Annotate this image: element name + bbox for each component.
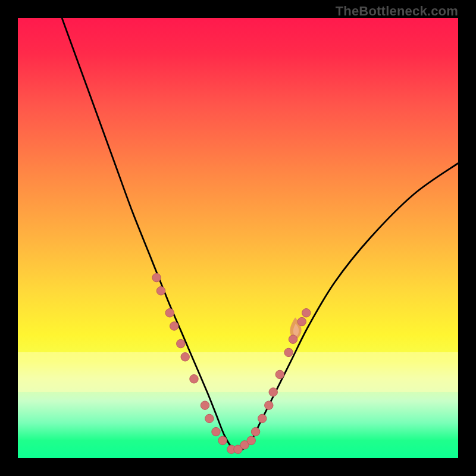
data-marker xyxy=(298,317,306,325)
data-marker xyxy=(190,375,198,383)
data-marker xyxy=(269,388,277,396)
data-marker xyxy=(165,309,174,317)
data-marker xyxy=(218,436,227,444)
data-marker xyxy=(152,273,161,281)
data-marker xyxy=(251,427,259,436)
data-marker xyxy=(201,401,209,409)
data-marker xyxy=(212,427,220,436)
data-marker xyxy=(156,287,165,295)
data-marker xyxy=(302,309,311,317)
data-marker xyxy=(275,370,284,378)
chart-frame xyxy=(18,18,458,458)
data-marker xyxy=(170,322,178,330)
data-marker xyxy=(247,436,255,444)
bottleneck-curve xyxy=(62,18,458,451)
data-marker xyxy=(265,401,273,409)
data-marker xyxy=(284,348,293,356)
data-marker xyxy=(258,414,267,422)
attribution-text: TheBottleneck.com xyxy=(336,4,458,19)
bottleneck-chart xyxy=(18,18,458,458)
data-marker xyxy=(181,353,189,361)
data-marker xyxy=(177,339,185,347)
data-marker xyxy=(289,335,297,343)
data-markers xyxy=(152,273,311,453)
data-marker xyxy=(205,414,214,422)
